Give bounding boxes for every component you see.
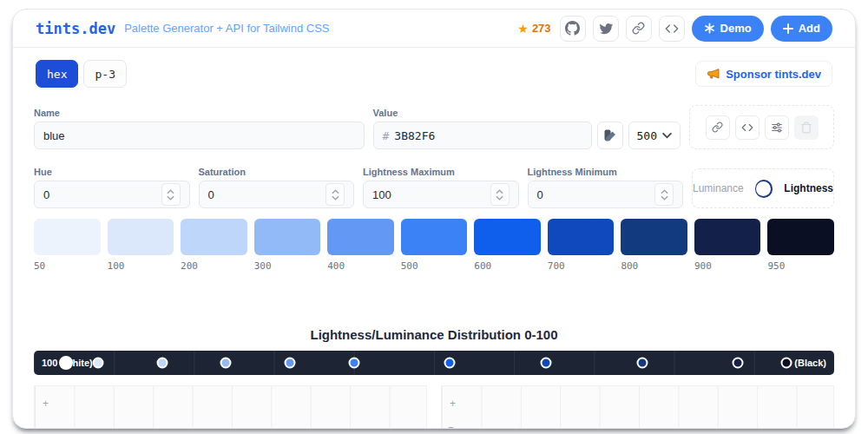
saturation-value: 0 <box>208 188 214 201</box>
api-code-button[interactable] <box>659 16 685 42</box>
lightness-min-stepper[interactable] <box>654 183 674 206</box>
palette-stop: 200 <box>181 219 247 272</box>
stop-select[interactable]: 500 <box>628 122 681 149</box>
github-button[interactable] <box>560 16 586 42</box>
trash-icon <box>800 122 812 134</box>
saturation-shift-chart[interactable]: + Saturation <box>441 385 834 429</box>
swatch-label: 50 <box>34 260 101 272</box>
dist-handle-200[interactable] <box>156 358 168 369</box>
dist-handle-500[interactable] <box>348 358 359 369</box>
dist-handle-300[interactable] <box>220 358 232 369</box>
palette-stop: 300 <box>254 219 321 272</box>
swatch-600[interactable] <box>474 219 541 255</box>
add-button[interactable]: Add <box>771 16 832 42</box>
lightness-mode-toggle[interactable] <box>755 180 773 198</box>
value-text: 3B82F6 <box>394 129 435 142</box>
swatch-200[interactable] <box>181 219 247 255</box>
palette-stop: 100 <box>108 219 174 272</box>
swatch-400[interactable] <box>327 219 394 255</box>
sponsor-button[interactable]: Sponsor tints.dev <box>695 61 832 87</box>
lightness-max-label: Lightness Maximum <box>363 167 519 177</box>
palette-stop: 50 <box>34 219 101 272</box>
add-button-label: Add <box>799 22 820 35</box>
plus-icon <box>783 23 793 34</box>
swatch-300[interactable] <box>254 219 321 255</box>
name-label: Name <box>34 108 365 118</box>
hue-input[interactable]: 0 <box>34 181 190 208</box>
form-row-adjustments: Hue 0 Saturation 0 Lightness Maximum 100… <box>34 167 834 208</box>
toggle-knob <box>756 181 771 196</box>
swatch-700[interactable] <box>548 219 615 255</box>
app-header: tints.dev Palette Generator + API for Ta… <box>13 10 855 48</box>
swatch-100[interactable] <box>108 219 174 255</box>
swatch-50[interactable] <box>34 219 101 255</box>
hue-shift-chart[interactable]: + + <box>34 385 427 429</box>
demo-button[interactable]: Demo <box>692 16 764 42</box>
lightness-max-input[interactable]: 100 <box>363 181 519 208</box>
megaphone-icon <box>707 67 720 81</box>
lightness-min-group: Lightness Minimum 0 <box>528 167 684 208</box>
delete-palette-button <box>794 115 819 140</box>
lightness-max-value: 100 <box>372 188 391 201</box>
color-picker-button[interactable] <box>597 122 623 149</box>
name-input[interactable]: blue <box>34 122 365 149</box>
dist-handle-800[interactable] <box>636 358 648 369</box>
swatch-label: 300 <box>254 260 321 272</box>
swatch-500[interactable] <box>401 219 468 255</box>
palette-stop: 600 <box>474 219 541 272</box>
mode-hex-button[interactable]: hex <box>36 60 78 88</box>
dist-handle-400[interactable] <box>285 358 296 369</box>
saturation-input[interactable]: 0 <box>199 181 355 208</box>
share-link-button[interactable] <box>626 16 652 42</box>
lightness-max-group: Lightness Maximum 100 <box>363 167 519 208</box>
saturation-label: Saturation <box>199 167 355 177</box>
plus-marker: + <box>450 398 456 409</box>
header-actions: ★ 273 Demo Add <box>517 16 832 42</box>
palette-stop: 900 <box>694 219 761 272</box>
tagline: Palette Generator + API for Tailwind CSS <box>124 22 329 35</box>
hue-value: 0 <box>43 188 49 201</box>
sliders-icon <box>771 122 783 134</box>
palette-stop: 500 <box>401 219 468 272</box>
dist-handle-950[interactable] <box>780 358 792 369</box>
code-icon <box>741 122 753 134</box>
plus-marker: + <box>43 398 49 409</box>
dist-handle-900[interactable] <box>733 358 744 369</box>
name-group: Name blue <box>34 108 365 149</box>
hash-prefix: # <box>383 129 390 142</box>
swatch-950[interactable] <box>767 219 834 255</box>
palette-stop: 950 <box>767 219 834 272</box>
distribution-slider[interactable]: 100 (White) 0 (Black) <box>34 351 834 375</box>
value-input[interactable]: # 3B82F6 <box>373 122 592 149</box>
twitter-button[interactable] <box>593 16 619 42</box>
dist-handle-50[interactable] <box>59 356 73 370</box>
swatch-800[interactable] <box>621 219 687 255</box>
dist-handle-100[interactable] <box>92 358 103 369</box>
logo[interactable]: tints.dev <box>36 20 115 37</box>
mode-toolbar: hex p-3 Sponsor tints.dev <box>36 60 832 88</box>
swatch-label: 600 <box>474 260 541 272</box>
copy-link-button[interactable] <box>706 115 730 140</box>
code-icon <box>665 22 679 36</box>
swatch-label: 400 <box>327 260 394 272</box>
hue-label: Hue <box>34 167 190 177</box>
settings-sliders-button[interactable] <box>765 115 789 140</box>
swatch-label: 500 <box>401 260 468 272</box>
star-count: 273 <box>532 22 551 35</box>
dist-handle-600[interactable] <box>444 358 456 369</box>
link-icon <box>632 22 645 35</box>
hue-stepper[interactable] <box>161 183 181 206</box>
lightness-min-input[interactable]: 0 <box>528 181 684 208</box>
lightness-max-stepper[interactable] <box>490 183 510 206</box>
hue-group: Hue 0 <box>34 167 190 208</box>
palette-code-button[interactable] <box>735 115 760 140</box>
swatch-900[interactable] <box>694 219 761 255</box>
dist-handle-700[interactable] <box>541 358 552 369</box>
chevron-down-icon <box>662 133 672 139</box>
github-stars[interactable]: ★ 273 <box>517 22 550 35</box>
palette-stop: 700 <box>548 219 615 272</box>
mode-p3-button[interactable]: p-3 <box>83 60 126 88</box>
saturation-stepper[interactable] <box>326 183 345 206</box>
palette-stop: 800 <box>621 219 687 272</box>
swatch-label: 200 <box>181 260 247 272</box>
